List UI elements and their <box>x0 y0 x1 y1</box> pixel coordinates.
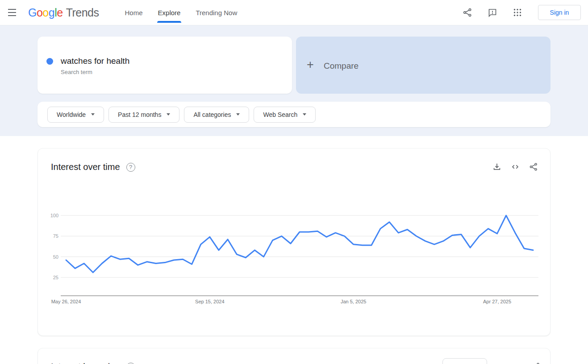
series-color-dot <box>46 58 53 65</box>
svg-text:25: 25 <box>53 275 58 280</box>
svg-text:100: 100 <box>50 213 58 218</box>
logo-product-label: Trends <box>66 6 99 19</box>
query-section: watches for health Search term + Compare… <box>0 25 588 136</box>
active-tab-indicator <box>157 21 182 23</box>
svg-text:75: 75 <box>53 233 58 239</box>
search-term-text: watches for health <box>61 56 129 66</box>
google-logo-brand: Google <box>28 6 63 19</box>
menu-icon[interactable] <box>7 7 17 18</box>
search-term-subtitle: Search term <box>61 69 92 75</box>
svg-text:Jan 5, 2025: Jan 5, 2025 <box>341 299 367 304</box>
main-nav: Home Explore Trending Now <box>124 0 238 25</box>
geo-filter-dropdown[interactable]: Worldwide <box>47 107 104 123</box>
app-header: Google Trends Home Explore Trending Now … <box>0 0 588 25</box>
interest-over-time-card: Interest over time ? 255075100May 26, 20… <box>38 148 550 336</box>
svg-text:Apr 27, 2025: Apr 27, 2025 <box>483 299 511 304</box>
filters-bar: Worldwide Past 12 months All categories … <box>38 102 550 127</box>
chevron-down-icon <box>303 113 306 116</box>
share-icon[interactable] <box>531 362 541 364</box>
google-trends-logo[interactable]: Google Trends <box>28 6 99 19</box>
svg-text:50: 50 <box>53 254 58 260</box>
svg-text:May 26, 2024: May 26, 2024 <box>51 299 81 304</box>
feedback-icon[interactable] <box>487 7 498 18</box>
compare-label: Compare <box>324 61 359 71</box>
time-filter-dropdown[interactable]: Past 12 months <box>108 107 179 123</box>
search-term-card[interactable]: watches for health Search term <box>38 37 292 94</box>
chevron-down-icon <box>236 113 240 116</box>
compare-card[interactable]: + Compare <box>296 37 550 94</box>
share-icon[interactable] <box>462 7 473 18</box>
nav-explore[interactable]: Explore <box>157 0 182 25</box>
svg-text:Sep 15, 2024: Sep 15, 2024 <box>195 299 224 304</box>
help-icon[interactable]: ? <box>126 363 135 364</box>
search-type-filter-dropdown[interactable]: Web Search <box>254 107 316 123</box>
plus-icon: + <box>307 58 314 72</box>
section-title: Interest by region <box>51 362 120 364</box>
apps-grid-icon[interactable] <box>512 7 523 18</box>
nav-home[interactable]: Home <box>124 0 144 25</box>
category-filter-dropdown[interactable]: All categories <box>184 107 249 123</box>
interest-by-region-card: Interest by region ? <box>38 348 550 364</box>
region-level-dropdown[interactable] <box>442 358 487 364</box>
chevron-down-icon <box>167 113 170 116</box>
chevron-down-icon <box>91 113 95 116</box>
sign-in-button[interactable]: Sign in <box>538 5 581 20</box>
interest-chart-svg[interactable]: 255075100May 26, 2024Sep 15, 2024Jan 5, … <box>38 149 551 336</box>
header-actions: Sign in <box>455 5 581 20</box>
nav-trending-now[interactable]: Trending Now <box>195 0 238 25</box>
